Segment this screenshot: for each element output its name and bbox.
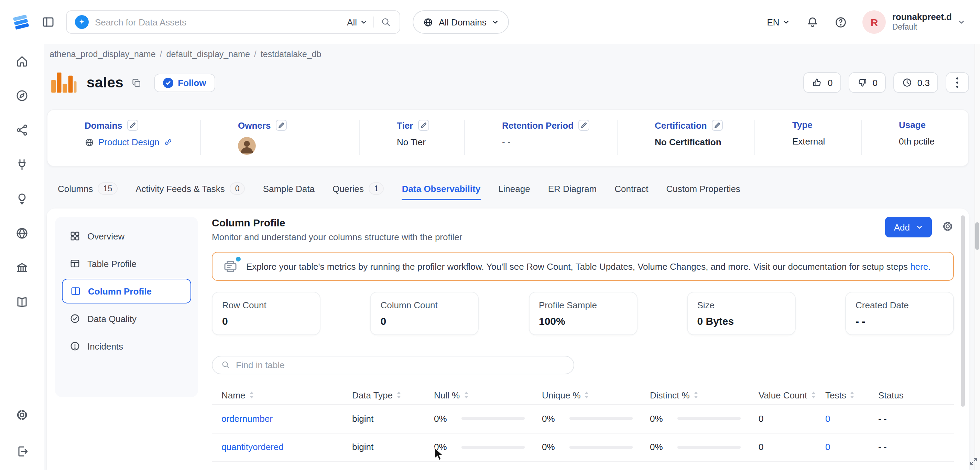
sort-icon[interactable] (464, 392, 468, 398)
tests-link[interactable]: 0 (825, 414, 878, 424)
history-clock-icon (902, 77, 913, 88)
expand-resize-icon[interactable] (969, 457, 978, 466)
tab-queries[interactable]: Queries 1 (332, 178, 384, 199)
domains-globe-icon[interactable] (15, 226, 29, 240)
sort-icon[interactable] (397, 392, 401, 398)
data-type-cell: bigint (352, 442, 434, 452)
insights-bulb-icon[interactable] (15, 192, 29, 206)
subnav-overview[interactable]: Overview (62, 224, 191, 249)
breadcrumb-item[interactable]: testdatalake_db (261, 49, 321, 59)
user-avatar: R (863, 10, 886, 34)
card-scrollbar-thumb[interactable] (961, 215, 965, 407)
copy-icon[interactable] (131, 77, 141, 88)
sort-icon[interactable] (850, 392, 854, 398)
status-cell: - - (878, 442, 954, 452)
tab-data-observability[interactable]: Data Observability (402, 178, 480, 199)
logout-icon[interactable] (15, 445, 29, 458)
subnav-incidents[interactable]: Incidents (62, 334, 191, 358)
sort-icon[interactable] (249, 392, 253, 398)
govern-bank-icon[interactable] (15, 261, 29, 274)
tab-custom-properties[interactable]: Custom Properties (667, 178, 740, 199)
downvote-button[interactable]: 0 (848, 72, 885, 93)
section-subtitle: Monitor and understand your columns stru… (212, 232, 462, 242)
user-name: rounakpreet.d (892, 12, 952, 23)
tab-label: Activity Feeds & Tasks (135, 183, 225, 194)
sort-icon[interactable] (694, 392, 698, 398)
usage-value: 0th pctile (899, 136, 935, 147)
tab-sample-data[interactable]: Sample Data (263, 178, 315, 199)
breadcrumb-item[interactable]: athena_prod_display_name (49, 49, 156, 59)
search-scope-dropdown[interactable]: All (347, 17, 367, 27)
page-title: sales (87, 74, 123, 91)
stat-label: Profile Sample (539, 300, 627, 310)
edit-pencil-icon[interactable] (275, 120, 286, 131)
help-icon[interactable] (835, 16, 848, 29)
notifications-bell-icon[interactable] (807, 16, 819, 29)
explore-compass-icon[interactable] (15, 89, 29, 102)
follow-button[interactable]: Follow (154, 73, 215, 92)
service-plug-icon[interactable] (15, 158, 29, 171)
banner-here-link[interactable]: here. (910, 261, 931, 271)
tests-link[interactable]: 0 (825, 442, 878, 452)
tab-lineage[interactable]: Lineage (498, 178, 530, 199)
owners-label: Owners (238, 120, 270, 131)
add-button[interactable]: Add (885, 217, 932, 237)
sort-icon[interactable] (585, 392, 589, 398)
all-domains-dropdown[interactable]: All Domains (413, 10, 509, 34)
null-pct-bar (461, 417, 525, 420)
subnav-table-profile[interactable]: Table Profile (62, 251, 191, 276)
tab-contract[interactable]: Contract (614, 178, 648, 199)
edit-pencil-icon[interactable] (578, 120, 589, 131)
search-icon[interactable] (380, 16, 391, 27)
sort-icon[interactable] (811, 392, 815, 398)
openmetadata-logo-icon[interactable] (11, 12, 32, 32)
chevron-down-icon (783, 19, 790, 25)
page-scrollbar-thumb[interactable] (975, 222, 979, 250)
owner-avatar[interactable] (238, 137, 256, 155)
upvote-button[interactable]: 0 (803, 72, 841, 93)
find-in-table-search[interactable] (212, 356, 574, 374)
unique-pct-value: 0% (542, 414, 570, 424)
ai-sparkle-icon[interactable] (75, 15, 89, 29)
distinct-pct-value: 0% (650, 414, 678, 424)
edit-pencil-icon[interactable] (418, 120, 429, 131)
sidebar-toggle-icon[interactable] (41, 15, 55, 29)
unique-pct-value: 0% (542, 442, 570, 452)
chevron-down-icon (492, 19, 499, 25)
tab-activity-feeds[interactable]: Activity Feeds & Tasks 0 (135, 178, 245, 199)
profiler-settings-gear-icon[interactable] (942, 220, 954, 234)
lineage-network-icon[interactable] (15, 123, 29, 137)
breadcrumb-item[interactable]: default_display_name (166, 49, 250, 59)
more-options-button[interactable] (946, 72, 969, 93)
tier-label: Tier (397, 120, 413, 131)
column-name-link[interactable]: ordernumber (212, 414, 352, 424)
glossary-book-icon[interactable] (15, 295, 29, 309)
global-search-bar[interactable]: All (66, 10, 400, 34)
stat-value: 100% (539, 315, 627, 327)
kebab-menu-icon (956, 77, 959, 88)
language-label: EN (767, 17, 780, 27)
subnav-column-profile[interactable]: Column Profile (62, 279, 191, 303)
athena-service-icon (48, 67, 78, 98)
col-header-unique: Unique % (542, 390, 581, 400)
grid-icon (70, 231, 81, 242)
tab-columns[interactable]: Columns 15 (58, 178, 118, 199)
search-input[interactable] (95, 17, 341, 27)
find-in-table-input[interactable] (236, 360, 565, 370)
domain-value-link[interactable]: Product Design (99, 137, 159, 147)
breadcrumb-separator: / (254, 49, 256, 59)
subnav-data-quality[interactable]: Data Quality (62, 306, 191, 331)
column-profile-panel: Column Profile Monitor and understand yo… (212, 217, 961, 462)
page-scrollbar[interactable] (975, 44, 980, 470)
home-icon[interactable] (15, 54, 29, 68)
language-dropdown[interactable]: EN (767, 17, 790, 27)
edit-pencil-icon[interactable] (712, 120, 723, 131)
column-name-link[interactable]: quantityordered (212, 442, 352, 452)
version-history-button[interactable]: 0.3 (893, 72, 938, 93)
edit-pencil-icon[interactable] (127, 120, 138, 131)
observability-card: Overview Table Profile Column Profile Da… (47, 209, 969, 470)
stat-value: 0 (381, 315, 469, 327)
tab-er-diagram[interactable]: ER Diagram (548, 178, 597, 199)
user-menu[interactable]: R rounakpreet.d Default (863, 10, 965, 34)
settings-gear-icon[interactable] (15, 408, 29, 424)
